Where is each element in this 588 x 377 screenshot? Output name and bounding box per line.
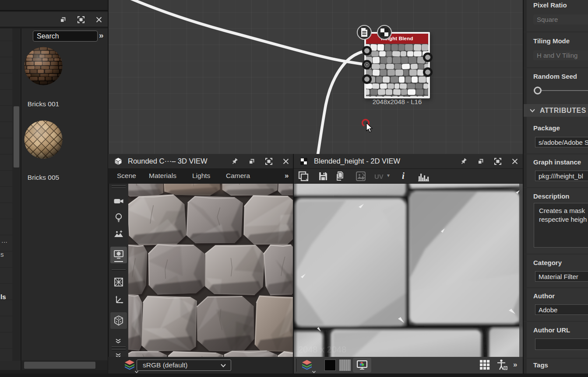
3d-view-close-button[interactable] <box>281 156 291 167</box>
environment-button[interactable] <box>113 230 124 241</box>
separator <box>524 187 588 188</box>
uv-mode-chevron[interactable]: ▾ <box>387 172 390 178</box>
node-badge-description[interactable] <box>357 25 372 40</box>
display-settings-button[interactable] <box>110 247 127 263</box>
attributes-section-header[interactable]: ATTRIBUTES <box>524 104 588 117</box>
3d-view-pin-button[interactable] <box>229 156 240 167</box>
wire-input-1-cable[interactable] <box>317 51 367 154</box>
tree-item-fragment: s <box>0 251 4 258</box>
attributes-panel: Pixel Ratio Square Tiling Mode H and V T… <box>524 0 588 377</box>
toolbar-overflow-icon[interactable] <box>115 338 122 346</box>
library-item-bricks-005[interactable]: Bricks 005 <box>24 120 67 182</box>
toolbar-grip[interactable] <box>295 359 296 372</box>
package-input[interactable] <box>535 137 588 147</box>
2d-view-float-button[interactable] <box>475 156 486 167</box>
description-textarea[interactable]: Creates a mask respective heigh <box>534 203 588 248</box>
author-url-input[interactable] <box>535 339 588 350</box>
wireframe-button[interactable] <box>114 277 123 289</box>
tags-label: Tags <box>533 361 548 369</box>
2d-viewport[interactable]: 2048 x 2048 <box>294 184 524 357</box>
2d-view-close-button[interactable] <box>510 156 520 167</box>
search-expand-icon[interactable]: » <box>99 31 104 40</box>
pixel-ratio-label: Pixel Ratio <box>533 1 567 9</box>
search-input[interactable] <box>33 31 98 42</box>
library-tree-strip: ··· s ls <box>0 28 12 361</box>
layers-icon[interactable] <box>301 360 313 373</box>
chevron-down-icon <box>529 108 535 113</box>
menu-overflow-icon[interactable]: » <box>285 171 289 180</box>
library-close-button[interactable] <box>94 14 104 25</box>
histogram-button[interactable] <box>418 171 430 183</box>
info-button[interactable]: i <box>402 171 405 182</box>
separator <box>524 254 588 255</box>
menu-camera[interactable]: Camera <box>226 172 250 180</box>
bottombar-overflow-icon[interactable]: » <box>513 360 517 369</box>
2d-view-title: Blended_height - 2D VIEW <box>314 157 400 165</box>
author-input[interactable] <box>535 304 588 315</box>
library-horizontal-scrollbar-handle[interactable] <box>24 362 95 369</box>
background-black-swatch[interactable] <box>324 360 336 371</box>
3d-viewport[interactable] <box>128 184 294 357</box>
library-float-button[interactable] <box>58 14 68 25</box>
library-panel-titlebar <box>0 12 108 28</box>
transform-gizmo-button[interactable] <box>114 295 123 306</box>
3d-view-maximize-button[interactable] <box>264 156 274 167</box>
separator <box>524 358 588 359</box>
graph-instance-label: Graph instance <box>533 158 581 166</box>
3d-view-titlebar[interactable]: Rounded C···– 3D VIEW <box>108 154 294 169</box>
node-resolution-caption: 2048x2048 - L16 <box>364 98 430 105</box>
3d-view-float-button[interactable] <box>246 156 257 167</box>
library-tree-scrollbar[interactable] <box>12 28 21 361</box>
toolbar-grip[interactable] <box>112 185 126 187</box>
graph-instance-input[interactable] <box>535 171 588 181</box>
background-gray-swatch[interactable] <box>339 360 351 371</box>
panel-divider[interactable] <box>108 0 109 377</box>
wire-input-2-cable[interactable] <box>126 0 367 65</box>
library-tree-scrollbar-handle[interactable] <box>14 106 19 168</box>
2d-view-titlebar[interactable]: Blended_height - 2D VIEW <box>294 154 524 169</box>
node-output-port-1[interactable] <box>423 52 433 62</box>
random-rotation-button[interactable] <box>110 312 127 329</box>
node-input-port-1[interactable] <box>362 46 372 56</box>
toolbar-grip <box>112 188 126 189</box>
2d-view-pin-button[interactable] <box>458 156 469 167</box>
node-input-port-2[interactable] <box>362 60 372 70</box>
category-input[interactable] <box>535 271 588 282</box>
category-label: Category <box>533 259 562 266</box>
port-connection-dot <box>365 63 369 67</box>
lighting-button[interactable] <box>114 213 123 225</box>
menu-lights[interactable]: Lights <box>192 172 210 180</box>
colorspace-select[interactable]: sRGB (default) <box>137 360 231 371</box>
color-display-button[interactable] <box>353 358 371 373</box>
pixel-ratio-select[interactable]: Square <box>533 14 588 24</box>
material-layers-icon[interactable] <box>124 360 135 373</box>
menu-scene[interactable]: Scene <box>117 172 136 180</box>
camera-display-button[interactable] <box>113 196 124 208</box>
graph-editor-canvas[interactable]: Height Blend 2048x2048 - L16 <box>108 0 524 154</box>
2d-view-maximize-button[interactable] <box>493 156 503 167</box>
copy-image-button[interactable] <box>335 171 345 183</box>
node-height-blend[interactable]: Height Blend <box>364 32 430 98</box>
transform-image-button[interactable] <box>356 171 367 183</box>
random-seed-slider-track[interactable] <box>542 90 588 91</box>
uv-mode-label[interactable]: UV <box>374 173 384 180</box>
mannequin-scale-button[interactable] <box>496 359 508 372</box>
toolbar-grip <box>112 346 126 348</box>
grid-toggle-button[interactable] <box>479 360 490 372</box>
description-label: Description <box>533 192 570 200</box>
node-output-port-2[interactable] <box>423 67 433 77</box>
node-input-port-3[interactable] <box>362 74 372 84</box>
node-badge-output-preview[interactable] <box>377 25 392 40</box>
library-maximize-button[interactable] <box>76 14 86 25</box>
3d-view-menubar: Scene Materials Lights Camera » <box>108 169 294 184</box>
mouse-cursor <box>366 122 375 134</box>
library-item-bricks-001[interactable]: Bricks 001 <box>24 47 67 108</box>
random-seed-slider-knob[interactable] <box>534 87 542 94</box>
tiling-mode-select[interactable]: H and V Tiling <box>533 50 588 60</box>
fit-view-button[interactable] <box>298 171 310 183</box>
save-image-button[interactable] <box>318 171 328 183</box>
2d-view-bottombar: » <box>294 357 524 374</box>
description-line: Creates a mask <box>539 206 588 215</box>
menu-materials[interactable]: Materials <box>149 172 176 180</box>
package-label: Package <box>533 124 560 132</box>
